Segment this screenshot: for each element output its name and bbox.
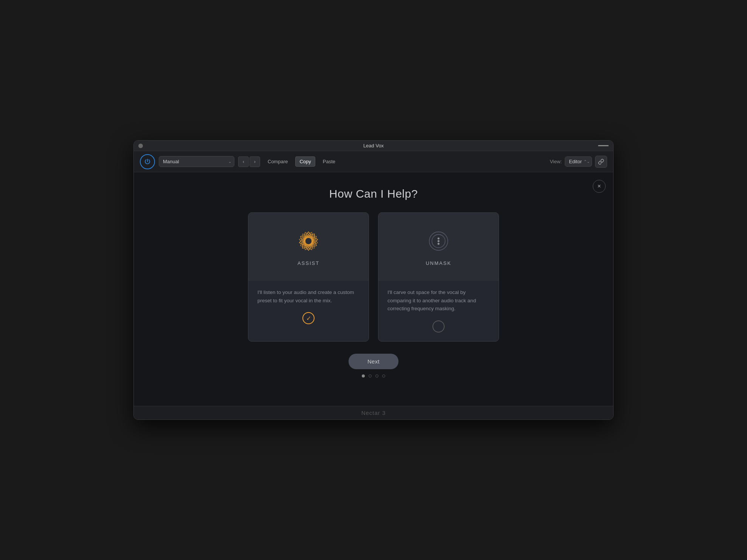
forward-button[interactable]: › bbox=[250, 156, 260, 167]
unmask-card-bottom: I'll carve out space for the vocal by co… bbox=[378, 281, 499, 341]
link-icon bbox=[598, 159, 604, 165]
paste-button[interactable]: Paste bbox=[319, 157, 339, 166]
assist-card-top: ASSIST bbox=[248, 213, 369, 281]
footer-text: Nectar 3 bbox=[361, 410, 386, 416]
dot-4 bbox=[382, 374, 385, 377]
view-label: View: bbox=[550, 159, 562, 164]
checkmark-icon: ✓ bbox=[306, 315, 311, 322]
assist-icon bbox=[295, 228, 322, 254]
svg-point-3 bbox=[437, 240, 439, 242]
window-title: Lead Vox bbox=[363, 143, 384, 149]
unmask-card[interactable]: UNMASK I'll carve out space for the voca… bbox=[378, 212, 499, 342]
next-button[interactable]: Next bbox=[349, 354, 398, 369]
assist-label: ASSIST bbox=[298, 260, 319, 266]
title-bar: Lead Vox bbox=[134, 141, 613, 151]
assist-card-bottom: I'll listen to your audio and create a c… bbox=[248, 281, 369, 341]
preset-select-wrapper: Manual ⌄ bbox=[159, 156, 234, 167]
compare-button[interactable]: Compare bbox=[264, 157, 291, 166]
toolbar: Manual ⌄ ‹ › Compare Copy Paste View: Ed… bbox=[134, 151, 613, 172]
minimize-indicator bbox=[598, 145, 609, 146]
unmask-icon bbox=[425, 228, 452, 254]
power-icon bbox=[144, 158, 151, 165]
main-content: × How Can I Help? bbox=[134, 172, 613, 406]
title-bar-right bbox=[598, 145, 609, 146]
view-dropdown[interactable]: Editor bbox=[565, 156, 592, 167]
copy-button[interactable]: Copy bbox=[295, 156, 315, 167]
assist-card[interactable]: ASSIST I'll listen to your audio and cre… bbox=[248, 212, 369, 342]
pagination-dots bbox=[362, 374, 385, 377]
unmask-radio[interactable] bbox=[432, 320, 445, 333]
dot-2 bbox=[369, 374, 372, 377]
dot-1 bbox=[362, 374, 365, 377]
cards-row: ASSIST I'll listen to your audio and cre… bbox=[248, 212, 499, 342]
back-button[interactable]: ‹ bbox=[238, 156, 249, 167]
unmask-card-top: UNMASK bbox=[378, 213, 499, 281]
close-dialog-button[interactable]: × bbox=[593, 180, 606, 193]
view-select-wrapper: Editor ⌃⌄ bbox=[565, 156, 592, 167]
traffic-lights bbox=[138, 144, 143, 148]
assist-radio[interactable]: ✓ bbox=[302, 312, 315, 324]
power-button[interactable] bbox=[140, 154, 155, 169]
unmask-label: UNMASK bbox=[426, 260, 451, 266]
dialog-title: How Can I Help? bbox=[329, 187, 418, 200]
unmask-description: I'll carve out space for the vocal by co… bbox=[387, 288, 490, 313]
toolbar-right: View: Editor ⌃⌄ bbox=[550, 156, 607, 168]
link-button[interactable] bbox=[595, 156, 607, 168]
footer: Nectar 3 bbox=[134, 406, 613, 419]
app-window: Lead Vox Manual ⌄ ‹ › Compare Copy Paste… bbox=[133, 140, 614, 420]
nav-buttons: ‹ › bbox=[238, 156, 260, 167]
assist-description: I'll listen to your audio and create a c… bbox=[257, 288, 360, 305]
dot-3 bbox=[375, 374, 378, 377]
preset-dropdown[interactable]: Manual bbox=[159, 156, 234, 167]
svg-point-4 bbox=[437, 243, 439, 244]
close-traffic-light[interactable] bbox=[138, 144, 143, 148]
svg-point-2 bbox=[437, 237, 439, 239]
